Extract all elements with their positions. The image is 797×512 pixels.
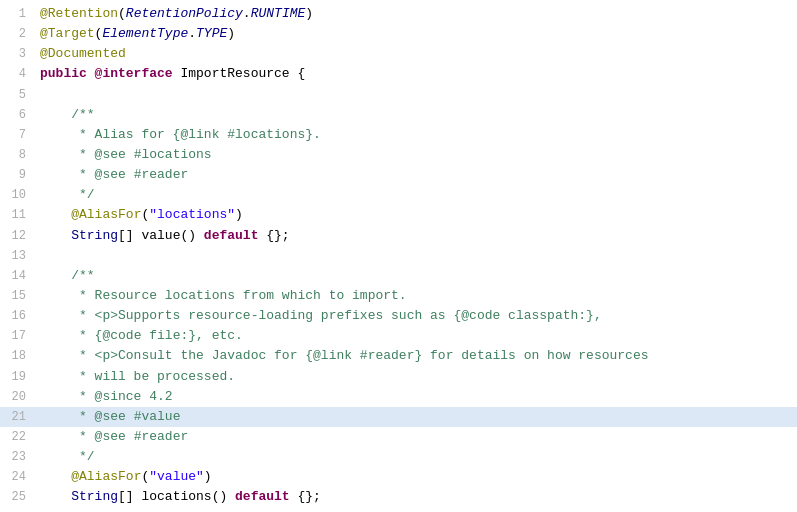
- table-row: 12 String[] value() default {};: [0, 226, 797, 246]
- line-number: 16: [0, 307, 36, 326]
- code-token: /**: [40, 107, 95, 122]
- table-row: 11 @AliasFor("locations"): [0, 205, 797, 225]
- code-token: {};: [258, 228, 289, 243]
- table-row: 8 * @see #locations: [0, 145, 797, 165]
- code-token: *: [40, 429, 95, 444]
- code-token: public: [40, 66, 95, 81]
- table-row: 17 * {@code file:}, etc.: [0, 326, 797, 346]
- line-content: * <p>Supports resource-loading prefixes …: [36, 306, 797, 326]
- line-number: 17: [0, 327, 36, 346]
- line-number: 9: [0, 166, 36, 185]
- code-token: ): [227, 26, 235, 41]
- table-row: 2@Target(ElementType.TYPE): [0, 24, 797, 44]
- code-token: String: [71, 228, 118, 243]
- code-token: @interface: [95, 66, 173, 81]
- line-content: [36, 246, 797, 266]
- line-number: 11: [0, 206, 36, 225]
- table-row: 20 * @since 4.2: [0, 387, 797, 407]
- code-token: */: [40, 449, 95, 464]
- line-content: */: [36, 185, 797, 205]
- table-row: 9 * @see #reader: [0, 165, 797, 185]
- code-token: [] locations(): [118, 489, 235, 504]
- line-content: String[] locations() default {};: [36, 487, 797, 507]
- line-number: 1: [0, 5, 36, 24]
- code-token: * <p>Consult the Javadoc for {: [40, 348, 313, 363]
- code-token: */: [40, 187, 95, 202]
- code-token: 4.2: [141, 389, 172, 404]
- code-token: *: [40, 409, 95, 424]
- code-token: default: [235, 489, 290, 504]
- line-number: 12: [0, 227, 36, 246]
- line-number: 15: [0, 287, 36, 306]
- line-content: @AliasFor("value"): [36, 467, 797, 487]
- code-token: @since: [95, 389, 142, 404]
- code-token: @AliasFor: [71, 207, 141, 222]
- code-token: @Target: [40, 26, 95, 41]
- code-token: ): [204, 469, 212, 484]
- code-token: *: [40, 389, 95, 404]
- line-number: 18: [0, 347, 36, 366]
- line-content: * will be processed.: [36, 367, 797, 387]
- line-content: /**: [36, 105, 797, 125]
- line-content: * @see #reader: [36, 427, 797, 447]
- line-number: 10: [0, 186, 36, 205]
- line-content: * @see #value: [36, 407, 797, 427]
- line-number: 25: [0, 488, 36, 507]
- code-token: (: [118, 6, 126, 21]
- code-token: .: [188, 26, 196, 41]
- line-content: * {@code file:}, etc.: [36, 326, 797, 346]
- line-content: * @since 4.2: [36, 387, 797, 407]
- code-token: default: [204, 228, 259, 243]
- line-number: 5: [0, 86, 36, 105]
- line-content: * <p>Consult the Javadoc for {@link #rea…: [36, 346, 797, 366]
- code-token: } for details on how resources: [414, 348, 648, 363]
- table-row: 14 /**: [0, 266, 797, 286]
- code-token: "locations": [149, 207, 235, 222]
- code-token: @AliasFor: [71, 469, 141, 484]
- table-row: 10 */: [0, 185, 797, 205]
- line-content: /**: [36, 266, 797, 286]
- code-token: ImportResource {: [173, 66, 306, 81]
- code-editor: 1@Retention(RetentionPolicy.RUNTIME)2@Ta…: [0, 0, 797, 512]
- line-number: 22: [0, 428, 36, 447]
- line-content: String[] value() default {};: [36, 226, 797, 246]
- line-content: * @see #locations: [36, 145, 797, 165]
- table-row: 5: [0, 85, 797, 105]
- code-token: #reader: [126, 167, 188, 182]
- code-token: @code file:: [102, 328, 188, 343]
- code-token: @see: [95, 409, 126, 424]
- code-token: TYPE: [196, 26, 227, 41]
- line-number: 7: [0, 126, 36, 145]
- table-row: 1@Retention(RetentionPolicy.RUNTIME): [0, 4, 797, 24]
- table-row: 21 * @see #value: [0, 407, 797, 427]
- line-content: [36, 85, 797, 105]
- line-content: @AliasFor("locations"): [36, 205, 797, 225]
- code-token: * Resource locations from which to impor…: [40, 288, 407, 303]
- line-number: 8: [0, 146, 36, 165]
- line-number: 24: [0, 468, 36, 487]
- table-row: 23 */: [0, 447, 797, 467]
- line-number: 3: [0, 45, 36, 64]
- line-number: 14: [0, 267, 36, 286]
- line-content: @Retention(RetentionPolicy.RUNTIME): [36, 4, 797, 24]
- code-token: * will be processed.: [40, 369, 235, 384]
- code-token: #locations: [126, 147, 212, 162]
- table-row: 25 String[] locations() default {};: [0, 487, 797, 507]
- table-row: 19 * will be processed.: [0, 367, 797, 387]
- code-token: @link #reader: [313, 348, 414, 363]
- code-token: @see: [95, 167, 126, 182]
- code-token: ): [235, 207, 243, 222]
- table-row: 3@Documented: [0, 44, 797, 64]
- line-number: 19: [0, 368, 36, 387]
- code-token: [40, 228, 71, 243]
- code-token: @code classpath:: [461, 308, 586, 323]
- table-row: 15 * Resource locations from which to im…: [0, 286, 797, 306]
- line-number: 21: [0, 408, 36, 427]
- code-token: "value": [149, 469, 204, 484]
- code-token: @see: [95, 429, 126, 444]
- line-content: */: [36, 447, 797, 467]
- table-row: 16 * <p>Supports resource-loading prefix…: [0, 306, 797, 326]
- code-token: String: [71, 489, 118, 504]
- line-number: 23: [0, 448, 36, 467]
- code-token: * Alias for {: [40, 127, 180, 142]
